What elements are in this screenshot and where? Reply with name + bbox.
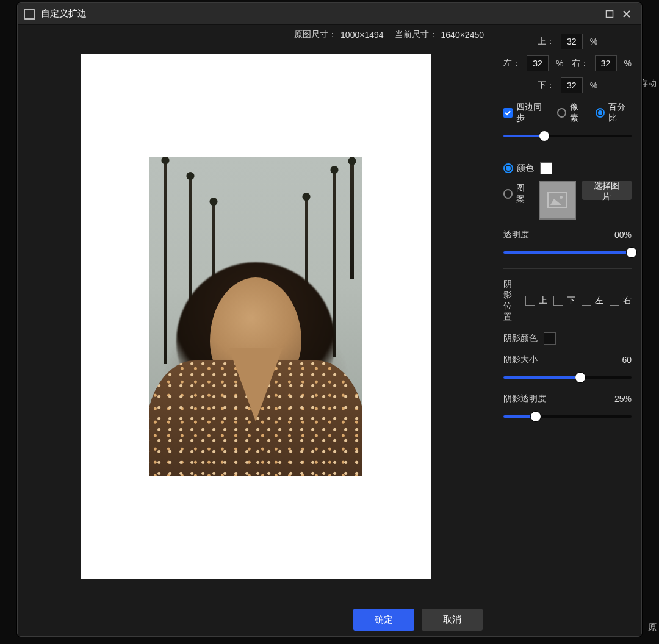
titlebar[interactable]: 自定义扩边 [18,3,641,25]
opacity-value: 00% [614,230,632,240]
action-bar: 确定 取消 [18,603,494,636]
shadow-pos-right-checkbox[interactable]: 右 [610,295,632,306]
window-maximize-icon[interactable] [601,5,618,23]
orig-size-label: 原图尺寸： [294,29,337,40]
unit-percent-radio[interactable]: 百分比 [596,102,632,124]
shadow-pos-left-checkbox[interactable]: 左 [582,295,603,306]
unit-percent-label: 百分比 [608,102,632,124]
curr-size-value: 1640×2450 [441,30,484,40]
margin-bottom-unit: % [590,80,597,90]
margin-bottom-label: 下： [538,80,555,91]
margin-sync-slider[interactable] [503,130,632,142]
margin-left-input[interactable] [527,55,549,71]
ok-button[interactable]: 确定 [353,609,414,631]
sync-label: 四边同步 [516,102,548,124]
cancel-button[interactable]: 取消 [422,609,483,631]
dialog-window: 自定义扩边 原图尺寸： 1000×1494 当前尺寸： 1640×2450 [17,2,642,637]
shadow-size-label: 阴影大小 [503,354,538,365]
shadow-opacity-label: 阴影透明度 [503,393,546,404]
fill-color-swatch[interactable] [540,162,552,174]
unit-pixel-label: 像素 [570,102,585,124]
margin-top-unit: % [590,37,597,46]
shadow-pos-down-checkbox[interactable]: 下 [553,295,575,306]
margin-left-unit: % [556,59,563,68]
fill-color-radio[interactable]: 颜色 [503,163,534,174]
preview-image [149,157,362,476]
opacity-slider[interactable] [503,246,632,259]
svg-rect-0 [607,10,613,17]
margin-left-label: 左： [503,58,520,69]
sync-all-sides-checkbox[interactable]: 四边同步 [503,102,547,124]
fill-pattern-radio[interactable]: 图案 [503,183,533,205]
preview-canvas[interactable] [81,54,431,579]
behind-text-2: 原 [648,622,657,633]
opacity-label: 透明度 [503,229,529,240]
behind-text-1: 存动 [639,78,657,89]
margin-right-unit: % [624,59,632,68]
margin-right-input[interactable] [595,55,617,71]
margin-top-label: 上： [538,36,555,47]
shadow-color-label: 阴影颜色 [503,333,538,344]
app-icon [24,9,35,20]
shadow-pos-up-checkbox[interactable]: 上 [525,295,547,306]
dialog-title: 自定义扩边 [41,8,87,20]
orig-size-value: 1000×1494 [340,30,383,40]
margin-bottom-input[interactable] [561,77,583,93]
shadow-position-label: 阴影位置 [503,279,519,323]
curr-size-label: 当前尺寸： [395,29,438,40]
dimensions-bar: 原图尺寸： 1000×1494 当前尺寸： 1640×2450 [18,25,494,45]
shadow-opacity-value: 25% [614,394,632,404]
shadow-color-swatch[interactable] [544,332,556,345]
fill-pattern-label: 图案 [516,183,532,205]
fill-color-label: 颜色 [517,163,534,174]
choose-image-button[interactable]: 选择图片 [582,181,632,200]
margin-right-label: 右： [572,58,589,69]
unit-pixel-radio[interactable]: 像素 [557,102,585,124]
shadow-size-slider[interactable] [503,371,632,384]
margin-top-input[interactable] [561,34,583,49]
window-close-icon[interactable] [618,5,635,23]
shadow-opacity-slider[interactable] [503,410,632,423]
settings-panel: 上： % 左： % 右： % 下： [494,25,641,636]
pattern-preview-icon [539,181,576,220]
preview-column: 原图尺寸： 1000×1494 当前尺寸： 1640×2450 [18,25,494,636]
shadow-size-value: 60 [622,355,632,365]
